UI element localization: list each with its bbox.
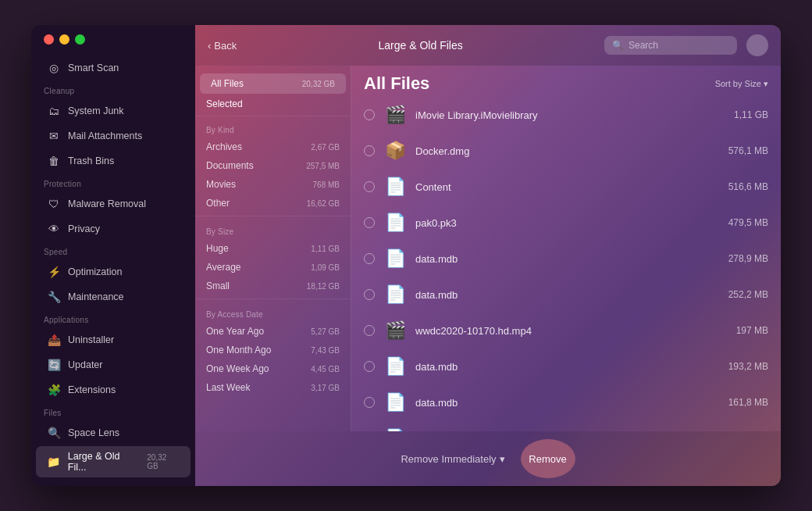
minimize-button[interactable]	[59, 34, 69, 45]
sidebar-item-label: Optimization	[68, 266, 122, 277]
remove-options[interactable]: Remove Immediately ▾	[401, 453, 504, 465]
file-icon: 🎬	[383, 318, 408, 343]
sidebar-item-updater[interactable]: 🔄 Updater	[36, 353, 191, 377]
sidebar-item-shredder[interactable]: ✂ Shredder	[36, 479, 191, 486]
large-files-icon: 📁	[47, 455, 61, 469]
sidebar-item-privacy[interactable]: 👁 Privacy	[36, 217, 191, 241]
sidebar-item-label: Smart Scan	[68, 63, 119, 73]
filter-one-year-ago[interactable]: One Year Ago 5,27 GB	[195, 322, 351, 341]
file-name: data.mdb	[415, 253, 721, 265]
space-lens-icon: 🔍	[47, 426, 61, 440]
sidebar-item-label: Space Lens	[68, 427, 119, 438]
speed-section-label: Speed	[31, 241, 195, 259]
sidebar-item-maintenance[interactable]: 🔧 Maintenance	[36, 285, 191, 309]
file-icon: 📦	[383, 138, 408, 163]
file-row[interactable]: 🎬 wwdc2020-10170.hd.mp4 197 MB	[359, 313, 773, 348]
file-row[interactable]: 📄 data.mdb 278,9 MB	[359, 241, 773, 277]
file-radio[interactable]	[364, 361, 375, 372]
file-size: 1,11 GB	[734, 109, 768, 120]
filter-one-month-ago[interactable]: One Month Ago 7,43 GB	[195, 341, 351, 359]
filter-other[interactable]: Other 16,62 GB	[195, 194, 351, 213]
file-row[interactable]: 📄 data.mdb 193,2 MB	[359, 348, 773, 384]
file-radio[interactable]	[364, 397, 375, 408]
filter-one-week-ago[interactable]: One Week Ago 4,45 GB	[195, 359, 351, 378]
sidebar-item-trash-bins[interactable]: 🗑 Trash Bins	[36, 149, 191, 173]
file-name: Docker.dmg	[415, 145, 721, 157]
file-panel: All Files Sort by Size ▾ 🎬 iMovie Librar…	[351, 66, 781, 431]
file-radio[interactable]	[364, 145, 375, 156]
file-name: data.mdb	[415, 289, 721, 301]
file-name: wwdc2020-10170.hd.mp4	[415, 325, 728, 337]
selected-label: Selected	[206, 98, 243, 109]
shredder-icon: ✂	[47, 484, 61, 486]
file-icon: 📄	[383, 174, 408, 199]
avatar-button[interactable]	[746, 34, 768, 56]
file-row[interactable]: 📄 pak0.pk3 479,5 MB	[359, 205, 773, 241]
close-button[interactable]	[44, 34, 54, 45]
file-size: 193,2 MB	[728, 361, 768, 372]
file-radio[interactable]	[364, 109, 375, 120]
selected-filter[interactable]: Selected	[195, 94, 351, 114]
sidebar-item-mail-attachments[interactable]: ✉ Mail Attachments	[36, 124, 191, 148]
remove-button[interactable]: Remove	[521, 439, 575, 478]
file-icon: 📄	[383, 390, 408, 415]
sidebar-item-system-junk[interactable]: 🗂 System Junk	[36, 99, 191, 123]
filter-item-name: One Month Ago	[206, 345, 271, 356]
sidebar-item-uninstaller[interactable]: 📤 Uninstaller	[36, 328, 191, 352]
sidebar-item-space-lens[interactable]: 🔍 Space Lens	[36, 421, 191, 445]
file-row[interactable]: 📄 data.mdb 161,8 MB	[359, 384, 773, 420]
filter-documents[interactable]: Documents 257,5 MB	[195, 156, 351, 175]
filter-movies[interactable]: Movies 768 MB	[195, 175, 351, 194]
file-row[interactable]: 📄 data.mdb 252,2 MB	[359, 277, 773, 313]
file-radio[interactable]	[364, 325, 375, 336]
sidebar-item-large-old-files[interactable]: 📁 Large & Old Fil... 20,32 GB	[36, 446, 191, 477]
back-chevron-icon: ‹	[208, 40, 211, 52]
filter-item-size: 2,67 GB	[311, 143, 340, 152]
protection-section-label: Protection	[31, 173, 195, 191]
sidebar-item-label: Mail Attachments	[68, 130, 142, 141]
sidebar-item-smart-scan[interactable]: ◎ Smart Scan	[36, 56, 191, 80]
all-files-filter[interactable]: All Files 20,32 GB	[200, 73, 346, 94]
main-window: ◎ Smart Scan Cleanup 🗂 System Junk ✉ Mai…	[31, 25, 781, 486]
search-bar: 🔍	[604, 36, 737, 55]
search-input[interactable]	[629, 40, 722, 51]
sidebar-item-extensions[interactable]: 🧩 Extensions	[36, 378, 191, 402]
file-row[interactable]: 📦 Docker.dmg 576,1 MB	[359, 133, 773, 169]
filter-item-size: 257,5 MB	[306, 162, 340, 170]
sidebar-item-label: Large & Old Fil...	[68, 451, 141, 473]
file-radio[interactable]	[364, 289, 375, 300]
file-size: 576,1 MB	[728, 145, 768, 156]
file-radio[interactable]	[364, 181, 375, 192]
sidebar-item-optimization[interactable]: ⚡ Optimization	[36, 260, 191, 284]
sidebar-item-label: Privacy	[68, 223, 100, 234]
filter-archives[interactable]: Archives 2,67 GB	[195, 138, 351, 156]
malware-icon: 🛡	[47, 197, 61, 211]
updater-icon: 🔄	[47, 358, 61, 372]
main-content: ‹ Back Large & Old Files 🔍 All Files 20,…	[195, 25, 781, 486]
file-row[interactable]: 📄 Content 516,6 MB	[359, 169, 773, 205]
filter-huge[interactable]: Huge 1,11 GB	[195, 239, 351, 258]
by-size-label: By Size	[195, 220, 351, 239]
privacy-icon: 👁	[47, 222, 61, 236]
sort-button[interactable]: Sort by Size ▾	[715, 79, 768, 89]
back-button[interactable]: ‹ Back	[208, 40, 237, 52]
maintenance-icon: 🔧	[47, 290, 61, 304]
filter-last-week[interactable]: Last Week 3,17 GB	[195, 378, 351, 397]
file-radio[interactable]	[364, 217, 375, 228]
file-radio[interactable]	[364, 253, 375, 264]
sidebar-item-label: Uninstaller	[68, 334, 114, 345]
sidebar-item-malware-removal[interactable]: 🛡 Malware Removal	[36, 192, 191, 216]
optimization-icon: ⚡	[47, 265, 61, 279]
cleanup-section-label: Cleanup	[31, 80, 195, 98]
maximize-button[interactable]	[75, 34, 85, 45]
filter-item-name: Other	[206, 198, 230, 209]
file-row[interactable]: 📄 data.mdb 161,8 MB	[359, 420, 773, 431]
filter-item-size: 1,11 GB	[311, 245, 340, 253]
file-icon: 📄	[383, 246, 408, 271]
file-row[interactable]: 🎬 iMovie Library.iMovielibrary 1,11 GB	[359, 97, 773, 133]
file-icon: 📄	[383, 354, 408, 379]
file-size: 161,8 MB	[728, 397, 768, 408]
file-icon: 📄	[383, 426, 408, 431]
filter-average[interactable]: Average 1,09 GB	[195, 258, 351, 277]
filter-small[interactable]: Small 18,12 GB	[195, 277, 351, 295]
